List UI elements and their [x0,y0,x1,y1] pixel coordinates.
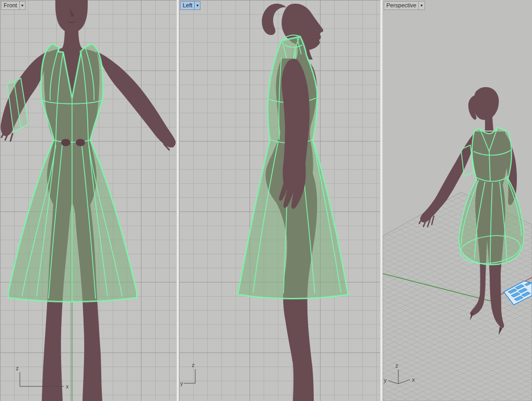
viewport-front[interactable]: z x Front ▾ [0,0,176,401]
app-window: z x Front ▾ [0,0,532,401]
mannequin-right-arm[interactable] [96,51,175,147]
viewport-splitter-1[interactable] [176,0,179,401]
axis-label-z: z [395,362,398,369]
viewport-left-canvas[interactable]: z y [179,0,380,401]
viewport-perspective-canvas[interactable]: z y x [383,0,532,401]
viewport-front-canvas[interactable]: z x [0,0,176,401]
viewport-left[interactable]: z y Left ▾ [179,0,380,401]
axis-indicator-left: z y [180,362,195,386]
viewport-perspective[interactable]: z y x Perspective ▾ [383,0,532,401]
mannequin-neck [62,27,82,49]
axis-label-x: x [412,376,415,383]
chevron-down-icon[interactable]: ▾ [19,2,25,9]
axis-label-y: y [384,377,387,383]
viewport-tab-front[interactable]: Front ▾ [1,1,26,10]
viewport-title-perspective[interactable]: Perspective [384,2,418,9]
axis-label-z: z [192,362,195,368]
viewport-splitter-2[interactable] [380,0,383,401]
chevron-down-icon[interactable]: ▾ [194,2,200,9]
viewport-title-front[interactable]: Front [2,2,19,9]
neck-perspective [485,117,493,131]
viewport-title-left[interactable]: Left [181,2,194,9]
viewport-tab-perspective[interactable]: Perspective ▾ [384,1,425,10]
chevron-down-icon[interactable]: ▾ [418,2,424,9]
viewport-tab-left[interactable]: Left ▾ [180,1,200,10]
axis-label-z: z [16,365,19,371]
axis-label-x: x [66,383,69,390]
axis-label-y: y [180,380,183,386]
head-perspective[interactable] [473,87,499,120]
